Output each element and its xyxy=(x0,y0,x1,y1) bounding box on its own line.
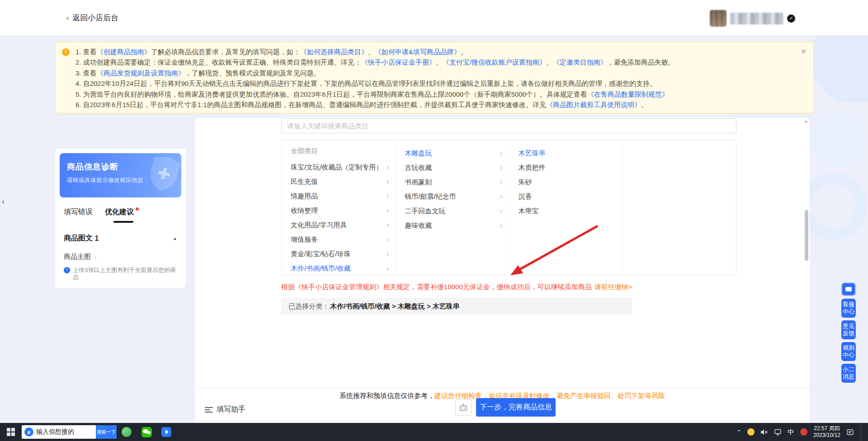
category-item[interactable]: 古玩收藏› xyxy=(396,160,509,175)
floating-button-规则中心[interactable]: 规则中心 xyxy=(841,342,856,361)
system-tray: ⌃ 中 22:57 周四 2023/10/12 xyxy=(736,423,868,441)
notice-link[interactable]: 《创建商品指南》 xyxy=(97,48,151,56)
category-item[interactable]: 木艺珠串 xyxy=(509,146,623,160)
chevron-right-icon: › xyxy=(387,204,389,217)
collapse-caret-icon[interactable]: ▲ xyxy=(173,236,177,241)
kuaishou-shop-product-page: ‹返回小店后台 ✓ ! 1. 查看《创建商品指南》了解必填商品信息要求，及常见的… xyxy=(0,0,868,441)
app-360-icon[interactable] xyxy=(117,423,137,441)
speaker-muted-icon[interactable] xyxy=(760,429,768,436)
category-item[interactable]: 木质把件 xyxy=(509,160,623,175)
tray-expand-icon[interactable]: ⌃ xyxy=(736,429,741,436)
notice-link[interactable]: 《如何选择商品类目》 xyxy=(300,48,368,56)
selected-category-path: 木作/书画/钱币/收藏 > 木雕盘玩 > 木艺珠串 xyxy=(330,302,460,310)
category-item[interactable]: 钱币/邮票/纪念币› xyxy=(396,189,509,204)
back-to-shop-link[interactable]: ‹返回小店后台 xyxy=(66,13,118,23)
notice-link[interactable]: 《商品图片裁剪工具使用说明》 xyxy=(546,101,641,108)
tip-text: 上传3张以上主图有利于全面展示您的商品 xyxy=(73,267,177,281)
category-item[interactable]: 民生充值› xyxy=(282,174,395,189)
account-area[interactable]: ✓ xyxy=(710,10,795,27)
notice-link[interactable]: 《在售商品数量限制规范》 xyxy=(587,90,669,98)
verified-badge-icon: ✓ xyxy=(787,14,795,23)
windows-logo-icon xyxy=(7,428,15,436)
notice-link[interactable]: 《定邀类目指南》 xyxy=(553,58,607,66)
notice-text: 、 xyxy=(546,58,553,66)
app-wechat-icon[interactable] xyxy=(137,423,156,441)
pay-deposit-link[interactable]: 请前往缴纳> xyxy=(594,283,632,291)
network-icon[interactable] xyxy=(774,429,782,436)
category-item-label: 朱砂 xyxy=(519,175,616,189)
taskbar-clock[interactable]: 22:57 周四 2023/10/12 xyxy=(813,425,840,439)
category-item[interactable]: 书画篆刻› xyxy=(396,175,509,189)
tab-fill-errors[interactable]: 填写错误 xyxy=(64,207,93,217)
notification-center-icon[interactable] xyxy=(846,429,854,436)
chevron-right-icon: › xyxy=(387,175,389,188)
category-item[interactable]: 情趣用品› xyxy=(282,189,395,203)
category-item[interactable]: 趣味收藏› xyxy=(396,218,509,233)
ai-robot-button[interactable] xyxy=(455,399,472,416)
notice-text: 了解必填商品信息要求，及常见的填写问题，如： xyxy=(151,48,300,56)
tab-optimize-suggestions[interactable]: 优化建议 xyxy=(105,207,134,217)
fill-assistant-button[interactable]: 填写助手 xyxy=(205,405,245,414)
category-item[interactable]: 收纳整理› xyxy=(282,203,395,218)
browser-e-icon: e xyxy=(24,427,33,436)
category-item[interactable]: 朱砂 xyxy=(509,175,623,189)
tray-yellow-app-icon[interactable] xyxy=(747,428,755,436)
notice-line: 1. 查看《创建商品指南》了解必填商品信息要求，及常见的填写问题，如：《如何选择… xyxy=(75,47,793,57)
footer-divider xyxy=(195,387,810,388)
floating-button-小二消息[interactable]: 小二消息 xyxy=(841,364,856,383)
category-item-label: 古玩收藏 xyxy=(405,160,500,175)
app-blue-icon[interactable] xyxy=(156,423,176,441)
start-button[interactable] xyxy=(0,423,22,441)
category-item[interactable]: 木雕盘玩› xyxy=(396,146,509,160)
floating-items: 客服中心意见反馈规则中心小二消息 xyxy=(841,299,856,383)
notice-link[interactable]: 《快手小店保证金手册》 xyxy=(361,58,436,66)
tray-red-app-icon[interactable] xyxy=(800,428,807,436)
category-column-3: 木艺珠串木质把件朱砂沉香木带宝 xyxy=(509,141,623,275)
chevron-right-icon: › xyxy=(500,190,503,203)
taskbar-search-button[interactable]: 搜索一下 xyxy=(96,425,117,439)
robot-icon xyxy=(459,403,468,412)
category-item[interactable]: 木作/书画/钱币/收藏› xyxy=(282,261,395,275)
windows-taskbar: e 输入你想搜的 搜索一下 ⌃ 中 22:57 周四 2023/10/12 xyxy=(0,423,868,441)
notice-text: 2. 成功创建商品需要确定：保证金缴纳充足、收款账号设置正确、特殊类目需特别开通… xyxy=(75,58,361,66)
chevron-right-icon: › xyxy=(500,219,503,232)
category-item-label: 民生充值 xyxy=(291,174,387,189)
ime-indicator[interactable]: 中 xyxy=(788,428,794,436)
chevron-right-icon: › xyxy=(387,233,389,246)
chevron-right-icon: › xyxy=(387,160,389,174)
panel-collapse-handle[interactable]: ‹ xyxy=(0,195,6,208)
main-image-link[interactable]: 商品主图 › xyxy=(64,253,177,261)
scroll-up-icon[interactable]: ▲ xyxy=(804,119,808,123)
category-item[interactable]: 木带宝 xyxy=(509,204,623,218)
customer-service-icon[interactable] xyxy=(841,282,856,296)
category-item-label: 情趣用品 xyxy=(291,189,387,203)
chevron-right-icon: › xyxy=(500,146,503,160)
category-item[interactable]: 二手回血文玩› xyxy=(396,204,509,218)
next-step-button[interactable]: 下一步，完善商品信息 xyxy=(476,398,556,417)
category-item[interactable]: 沉香 xyxy=(509,189,623,204)
close-icon[interactable]: × xyxy=(801,47,806,56)
diagnosis-tabs: 填写错误 优化建议 xyxy=(64,207,177,217)
selected-category-label: 已选择分类： xyxy=(288,302,329,310)
notice-link[interactable]: 《支付宝/微信收款账户设置指南》 xyxy=(443,58,546,66)
scrollbar-thumb[interactable] xyxy=(805,210,808,261)
assistant-lines-icon xyxy=(205,407,213,413)
category-search-input[interactable] xyxy=(281,118,736,133)
notice-link[interactable]: 《商品发货规则及设置指南》 xyxy=(97,69,185,77)
category-item-label: 黄金/彩宝/钻石/珍珠 xyxy=(291,247,387,261)
category-item-label: 木作/书画/钱币/收藏 xyxy=(291,261,387,275)
notice-text: 。 xyxy=(461,48,467,56)
notice-line: 2. 成功创建商品需要确定：保证金缴纳充足、收款账号设置正确、特殊类目需特别开通… xyxy=(75,57,793,67)
notice-link[interactable]: 《如何申请&填写商品品牌》 xyxy=(375,48,461,56)
category-item[interactable]: 文化用品/学习用具› xyxy=(282,218,395,232)
show-desktop-strip[interactable] xyxy=(861,423,863,441)
category-item[interactable]: 黄金/彩宝/钻石/珍珠› xyxy=(282,247,395,261)
info-icon: ! xyxy=(64,267,70,273)
notice-text: ，避免添加商品失败。 xyxy=(607,58,675,66)
section-product-media[interactable]: 商品图文 1 ▲ xyxy=(64,234,177,243)
floating-button-客服中心[interactable]: 客服中心 xyxy=(841,299,856,318)
category-item[interactable]: 增值服务› xyxy=(282,232,395,247)
floating-button-意见反馈[interactable]: 意见反馈 xyxy=(841,320,856,339)
taskbar-search-box[interactable]: e 输入你想搜的 搜索一下 xyxy=(22,425,117,439)
category-item[interactable]: 珠宝/文玩/收藏品（定制专用）› xyxy=(282,160,395,174)
